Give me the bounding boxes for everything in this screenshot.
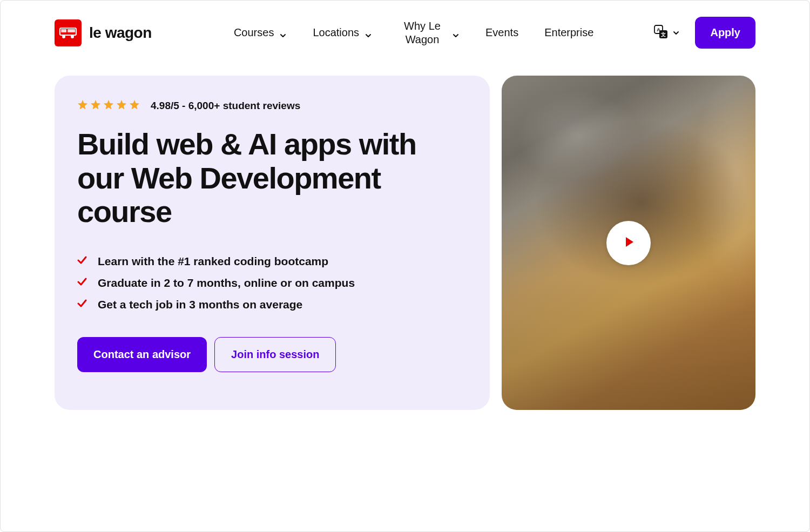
checkmark-icon: [77, 255, 87, 267]
nav-right: A 文 Apply: [654, 17, 755, 49]
nav-label: Why Le Wagon: [398, 19, 447, 46]
svg-point-3: [62, 35, 65, 38]
nav-label: Courses: [234, 26, 274, 39]
feature-list: Learn with the #1 ranked coding bootcamp…: [77, 255, 467, 311]
star-icon: [77, 99, 88, 112]
nav-item-why[interactable]: Why Le Wagon: [398, 19, 460, 46]
nav-label: Locations: [313, 26, 359, 39]
hero-video-thumbnail[interactable]: [502, 76, 755, 410]
checkmark-icon: [77, 277, 87, 289]
nav-item-events[interactable]: Events: [485, 26, 518, 39]
brand-name: le wagon: [89, 24, 152, 42]
hero-title: Build web & AI apps with our Web Develop…: [77, 127, 467, 229]
svg-text:文: 文: [660, 32, 666, 37]
svg-rect-1: [61, 29, 66, 32]
translate-icon: A 文: [654, 25, 668, 41]
star-icon: [129, 99, 140, 112]
brand-logo-icon: [55, 19, 82, 46]
chevron-down-icon: [364, 29, 372, 37]
chevron-down-icon: [279, 29, 287, 37]
hero: 4.98/5 - 6,000+ student reviews Build we…: [55, 76, 755, 410]
brand[interactable]: le wagon: [55, 19, 152, 46]
chevron-down-icon: [672, 29, 680, 37]
feature-text: Get a tech job in 3 months on average: [98, 298, 302, 311]
star-icon: [90, 99, 101, 112]
nav-item-enterprise[interactable]: Enterprise: [544, 26, 593, 39]
nav-item-courses[interactable]: Courses: [234, 26, 287, 39]
svg-rect-2: [68, 29, 75, 32]
play-icon: [620, 234, 637, 252]
star-icon: [103, 99, 114, 112]
nav-item-locations[interactable]: Locations: [313, 26, 372, 39]
play-button[interactable]: [606, 221, 651, 265]
feature-item: Learn with the #1 ranked coding bootcamp: [77, 255, 467, 268]
chevron-down-icon: [452, 29, 460, 37]
cta-row: Contact an advisor Join info session: [77, 337, 467, 372]
navbar: le wagon Courses Locations Why Le Wagon: [55, 17, 755, 76]
feature-item: Get a tech job in 3 months on average: [77, 298, 467, 311]
checkmark-icon: [77, 299, 87, 311]
language-selector[interactable]: A 文: [654, 25, 680, 41]
join-info-session-button[interactable]: Join info session: [214, 337, 336, 372]
contact-advisor-button[interactable]: Contact an advisor: [77, 337, 207, 372]
rating-text: 4.98/5 - 6,000+ student reviews: [151, 100, 300, 112]
apply-button[interactable]: Apply: [695, 17, 755, 49]
feature-text: Learn with the #1 ranked coding bootcamp: [98, 255, 328, 268]
star-rating: [77, 99, 140, 112]
feature-item: Graduate in 2 to 7 months, online or on …: [77, 277, 467, 289]
hero-content-card: 4.98/5 - 6,000+ student reviews Build we…: [55, 76, 490, 410]
nav-label: Enterprise: [544, 26, 593, 39]
nav-center: Courses Locations Why Le Wagon Events: [173, 19, 654, 46]
rating-row: 4.98/5 - 6,000+ student reviews: [77, 99, 467, 112]
svg-point-4: [71, 35, 74, 38]
star-icon: [116, 99, 127, 112]
nav-label: Events: [485, 26, 518, 39]
feature-text: Graduate in 2 to 7 months, online or on …: [98, 277, 355, 289]
